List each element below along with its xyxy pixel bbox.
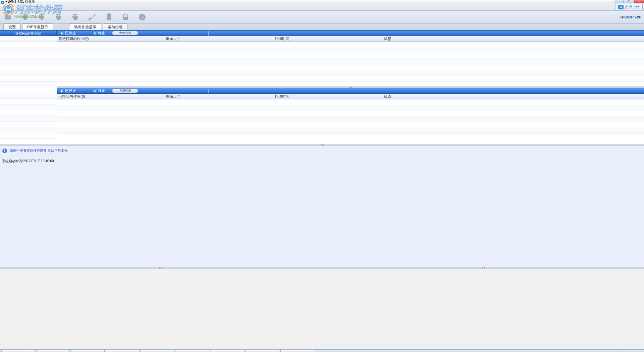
title-bar: P PSPNT 4.01 商业版 — ☐ ✕	[0, 0, 644, 3]
list-item[interactable]	[0, 47, 57, 53]
log-message: 系统中没有安装任何设备,无法正常工作	[10, 149, 68, 152]
col-pagesize[interactable]: 页面尺寸	[164, 36, 273, 41]
list-item[interactable]	[0, 70, 57, 76]
col-status[interactable]: 状态	[382, 94, 644, 99]
table-printed: 已打印的作业(0) 页面尺寸 处理时间 状态	[57, 94, 644, 144]
info-icon: i	[2, 148, 7, 153]
svg-rect-7	[108, 13, 110, 15]
svg-text:i: i	[4, 149, 5, 153]
list-item[interactable]	[0, 127, 57, 133]
list-item[interactable]	[0, 99, 57, 104]
bottom-splitter[interactable]	[0, 267, 644, 269]
table-row[interactable]	[57, 64, 644, 70]
col-jobname[interactable]: 等待打印的作业(0)	[57, 36, 164, 41]
paused-status-1: ▶ 已停止	[60, 31, 76, 36]
list-item[interactable]	[0, 93, 57, 99]
taskbar-item[interactable]	[1, 350, 35, 352]
divider	[141, 31, 141, 36]
upload-label: 拍照上传	[625, 4, 640, 9]
layout-button-1[interactable]: 大版列表	[112, 31, 138, 35]
table-row[interactable]	[57, 99, 644, 105]
table-row[interactable]	[57, 47, 644, 53]
table-row[interactable]	[57, 53, 644, 59]
col-time[interactable]: 处理时间	[273, 36, 382, 41]
table-row[interactable]	[57, 134, 644, 139]
col-status[interactable]: 状态	[382, 36, 644, 41]
tab-output-jobs[interactable]: 输出作业显示	[69, 24, 101, 30]
table-row[interactable]	[57, 105, 644, 111]
table-row[interactable]	[57, 59, 644, 64]
list-item[interactable]	[0, 36, 57, 42]
list-item[interactable]	[0, 116, 57, 122]
action-bar-2: ▶ 已停止 ✕ 终止 大版列表	[57, 88, 644, 94]
taskbar-item[interactable]	[176, 350, 209, 352]
folder-icon[interactable]	[3, 12, 13, 22]
play-icon[interactable]: ▶	[60, 89, 64, 93]
tools-icon[interactable]	[87, 12, 97, 22]
col-pagesize[interactable]: 页面尺寸	[164, 94, 273, 99]
svg-rect-5	[74, 18, 76, 19]
svg-rect-6	[107, 14, 111, 20]
list-item[interactable]	[0, 122, 57, 127]
printer2-icon[interactable]	[36, 12, 47, 22]
paused-status-2: ▶ 已停止	[60, 88, 76, 93]
main-area: 等待Rip的作业(0) ▶ 已停止 ✕ 终止 大版列表	[0, 30, 644, 144]
list-item[interactable]	[0, 53, 57, 59]
log-panel: i 系统中没有安装任何设备,无法正常工作 系统启动时间:2017/07/17 1…	[0, 146, 644, 267]
stop-action-1[interactable]: ✕ 终止	[93, 31, 105, 36]
window-controls: — ☐ ✕	[614, 0, 644, 3]
divider	[141, 89, 141, 93]
content-area: ▶ 已停止 ✕ 终止 大版列表 等待打印的作业(0) 页面尺寸 处理时间 状态	[57, 30, 644, 144]
minimize-button[interactable]: —	[614, 0, 624, 3]
list-item[interactable]	[0, 110, 57, 116]
table-waiting: 等待打印的作业(0) 页面尺寸 处理时间 状态	[57, 36, 644, 86]
table-row[interactable]	[57, 76, 644, 82]
action-bar-1: ▶ 已停止 ✕ 终止 大版列表	[57, 30, 644, 36]
taskbar-item[interactable]	[211, 350, 244, 352]
table-row[interactable]	[57, 122, 644, 128]
list-item[interactable]	[0, 133, 57, 139]
clipboard-icon[interactable]	[103, 12, 114, 22]
table-row[interactable]	[57, 42, 644, 47]
table-header-1: 等待打印的作业(0) 页面尺寸 处理时间 状态	[57, 36, 644, 42]
table-row[interactable]	[57, 117, 644, 122]
taskbar-item[interactable]	[36, 350, 70, 352]
taskbar-item[interactable]	[280, 350, 314, 352]
layout-button-2[interactable]: 大版列表	[112, 89, 138, 93]
taskbar-item[interactable]	[246, 350, 279, 352]
list-item[interactable]	[0, 42, 57, 47]
list-item[interactable]	[0, 64, 57, 70]
taskbar-item[interactable]	[106, 350, 140, 352]
window-title: PSPNT 4.01 商业版	[5, 0, 35, 4]
save-icon[interactable]	[120, 12, 131, 22]
printer1-icon[interactable]	[19, 12, 30, 22]
table-row[interactable]	[57, 111, 644, 117]
col-jobname[interactable]: 已打印的作业(0)	[57, 94, 164, 99]
upload-bar: ∞ 拍照上传	[0, 3, 644, 11]
tab-settings[interactable]: 设置	[3, 24, 21, 30]
maximize-button[interactable]: ☐	[624, 0, 634, 3]
sidebar: 等待Rip的作业(0)	[0, 30, 57, 144]
stop-action-2[interactable]: ✕ 终止	[93, 88, 105, 93]
play-icon[interactable]: ▶	[60, 31, 64, 35]
tab-help[interactable]: 帮助信息	[103, 24, 127, 30]
toolbar: i SPSPNT RIP	[0, 11, 644, 24]
log-line: i 系统中没有安装任何设备,无法正常工作	[2, 148, 642, 153]
taskbar-item[interactable]	[71, 350, 105, 352]
close-button[interactable]: ✕	[634, 0, 644, 3]
printer3-icon[interactable]	[53, 12, 64, 22]
col-time[interactable]: 处理时间	[273, 94, 382, 99]
info-icon[interactable]: i	[137, 12, 148, 22]
table-row[interactable]	[57, 128, 644, 134]
list-item[interactable]	[0, 76, 57, 82]
list-item[interactable]	[0, 104, 57, 110]
taskbar-item[interactable]	[141, 350, 174, 352]
tab-rip-jobs[interactable]: RIP作业显示	[22, 24, 53, 30]
list-item[interactable]	[0, 59, 57, 64]
upload-button[interactable]: ∞ 拍照上传	[615, 4, 643, 10]
table-row[interactable]	[57, 70, 644, 76]
taskbar	[0, 349, 644, 352]
list-item[interactable]	[0, 87, 57, 93]
list-item[interactable]	[0, 82, 57, 87]
printer4-icon[interactable]	[70, 12, 80, 22]
